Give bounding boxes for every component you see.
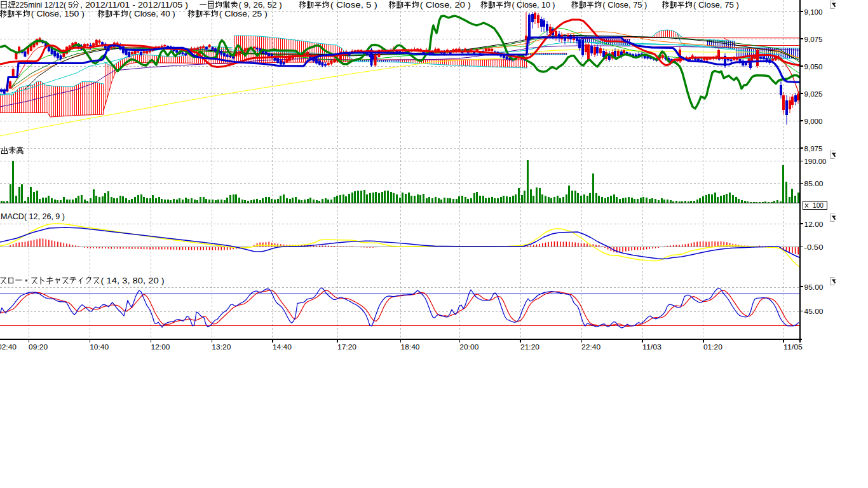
svg-text:18:40: 18:40 — [401, 343, 420, 351]
svg-text:( Close, 20 ): ( Close, 20 ) — [420, 1, 471, 10]
svg-text:( 14, 3, 80, 20 ): ( 14, 3, 80, 20 ) — [101, 276, 165, 285]
svg-text:95.00: 95.00 — [804, 283, 824, 291]
svg-text:( 9, 26, 52 ): ( 9, 26, 52 ) — [239, 1, 282, 10]
svg-text:45.00: 45.00 — [804, 308, 824, 315]
svg-text:22:40: 22:40 — [581, 343, 600, 351]
svg-text:9,025: 9,025 — [804, 90, 823, 98]
svg-text:14:40: 14:40 — [273, 343, 292, 351]
svg-text:8,975: 8,975 — [804, 145, 823, 152]
svg-text:12:00: 12:00 — [151, 343, 170, 351]
svg-text:, 2012/11/01 - 2012/11/05 ): , 2012/11/01 - 2012/11/05 ) — [80, 1, 188, 10]
svg-text:190.00: 190.00 — [804, 158, 827, 165]
svg-text:( Close, 75 ): ( Close, 75 ) — [693, 1, 739, 10]
svg-text:9,050: 9,050 — [804, 63, 823, 71]
svg-text:21:20: 21:20 — [520, 343, 539, 351]
svg-text:( Close, 150 ): ( Close, 150 ) — [31, 10, 85, 18]
svg-text:( Close, 25 ): ( Close, 25 ) — [219, 10, 268, 18]
svg-text:20:00: 20:00 — [459, 343, 478, 351]
svg-text:9,000: 9,000 — [804, 118, 823, 125]
svg-text:85.00: 85.00 — [804, 180, 824, 187]
svg-text:( Close, 5 ): ( Close, 5 ) — [330, 1, 377, 10]
svg-text:100: 100 — [813, 201, 824, 209]
svg-text:13:20: 13:20 — [212, 343, 231, 351]
svg-text:-0.50: -0.50 — [804, 243, 824, 251]
svg-text:225mini 12/12( 5: 225mini 12/12( 5 — [15, 1, 72, 10]
svg-text:01:20: 01:20 — [703, 343, 722, 351]
svg-text:( Close, 75 ): ( Close, 75 ) — [602, 1, 647, 10]
svg-text:( Close, 40 ): ( Close, 40 ) — [129, 10, 175, 18]
svg-text:02:40: 02:40 — [0, 343, 17, 351]
svg-text:9,100: 9,100 — [804, 8, 823, 16]
svg-text:MACD( 12, 26, 9 ): MACD( 12, 26, 9 ) — [1, 212, 65, 221]
svg-text:( Close, 10 ): ( Close, 10 ) — [512, 1, 555, 10]
svg-text:9,075: 9,075 — [804, 36, 823, 43]
svg-text:11/03: 11/03 — [642, 343, 661, 351]
svg-text:17:20: 17:20 — [337, 343, 356, 351]
svg-text:09:20: 09:20 — [29, 343, 48, 351]
svg-text:11/05: 11/05 — [783, 343, 803, 351]
svg-text:12.00: 12.00 — [804, 220, 824, 228]
svg-text:10:40: 10:40 — [90, 343, 109, 351]
